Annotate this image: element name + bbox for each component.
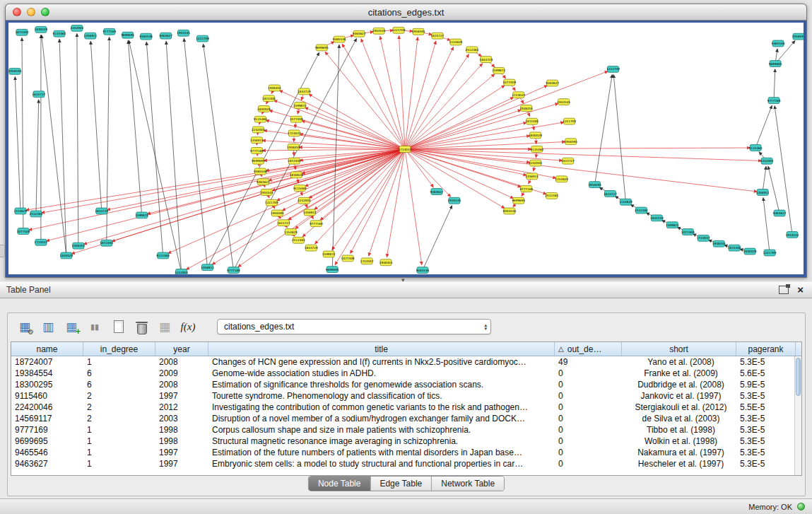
network-node[interactable]: 1934545 bbox=[260, 189, 273, 196]
network-node[interactable]: 9465546 bbox=[139, 33, 153, 40]
delete-table-icon[interactable] bbox=[131, 317, 151, 336]
network-node[interactable]: 1154829 bbox=[14, 208, 28, 214]
network-node[interactable]: 1615727 bbox=[431, 33, 445, 39]
network-node[interactable]: 1221709 bbox=[606, 66, 620, 72]
network-node[interactable]: 2242004 bbox=[71, 25, 84, 31]
network-node[interactable]: 1872400 bbox=[262, 95, 276, 102]
network-node[interactable]: 1456911 bbox=[201, 264, 214, 271]
network-node[interactable]: 1599872 bbox=[322, 251, 336, 257]
network-node[interactable]: 1872400 bbox=[16, 29, 29, 35]
network-node[interactable]: 1154829 bbox=[619, 199, 632, 205]
network-node[interactable]: 1154829 bbox=[555, 176, 568, 182]
network-node[interactable]: 1830029 bbox=[290, 172, 303, 178]
network-node[interactable]: 9115460 bbox=[156, 252, 170, 259]
network-node[interactable]: 9463627 bbox=[773, 210, 787, 216]
scrollbar-thumb[interactable] bbox=[796, 358, 801, 396]
network-node[interactable]: 9777169 bbox=[519, 186, 533, 192]
close-button[interactable] bbox=[13, 8, 21, 16]
network-node[interactable]: 1844729 bbox=[95, 208, 108, 214]
network-node[interactable]: 1077409 bbox=[290, 116, 303, 122]
network-canvas[interactable]: 1724047193845518724001830029911546022420… bbox=[8, 23, 804, 274]
network-node[interactable]: 1221709 bbox=[763, 250, 777, 256]
network-node[interactable]: 1456911 bbox=[303, 209, 317, 216]
column-header-name[interactable]: name bbox=[11, 342, 83, 356]
network-node[interactable]: 9465546 bbox=[502, 208, 516, 214]
network-node[interactable]: 1615727 bbox=[33, 91, 46, 98]
network-node[interactable]: 1221709 bbox=[392, 27, 406, 33]
network-node[interactable]: 2512484 bbox=[545, 192, 558, 199]
tab-edge-table[interactable]: Edge Table bbox=[370, 477, 432, 491]
rows-icon[interactable]: ▮▮ bbox=[85, 317, 105, 336]
network-node[interactable]: 9465546 bbox=[254, 168, 267, 175]
network-node[interactable]: 2242004 bbox=[529, 160, 542, 166]
network-node[interactable]: 1934545 bbox=[786, 232, 799, 238]
network-node[interactable]: 1615727 bbox=[561, 158, 575, 164]
table-row[interactable]: 977716911998Corpus callosum shape and si… bbox=[11, 424, 801, 436]
table-row[interactable]: 1830029562008Estimation of significance … bbox=[11, 379, 801, 390]
network-node[interactable]: 1830029 bbox=[743, 248, 757, 255]
zoom-button[interactable] bbox=[41, 8, 49, 16]
network-node[interactable]: 9115460 bbox=[530, 146, 543, 153]
network-node[interactable]: 1724047 bbox=[360, 258, 374, 264]
network-node[interactable]: 1872400 bbox=[728, 245, 741, 251]
network-node[interactable]: 1724047 bbox=[697, 235, 710, 241]
table-row[interactable]: 1456911722003Disruption of a novel membe… bbox=[11, 413, 801, 424]
network-node[interactable]: 2512484 bbox=[30, 211, 43, 217]
table-row[interactable]: 969969511998Structural magnetic resonanc… bbox=[11, 436, 801, 447]
network-node[interactable]: 1938455 bbox=[519, 105, 533, 112]
minimize-button[interactable] bbox=[27, 8, 35, 16]
network-node[interactable]: 1077409 bbox=[502, 79, 516, 86]
column-header-pagerank[interactable]: pagerank bbox=[736, 342, 796, 356]
table-selector-dropdown[interactable]: citations_edges.txt ▴▾ bbox=[217, 319, 491, 334]
network-node[interactable]: 1724047 bbox=[512, 92, 525, 98]
network-node[interactable]: 9115460 bbox=[53, 30, 66, 37]
tab-node-table[interactable]: Node Table bbox=[309, 477, 371, 491]
network-node[interactable]: 1615727 bbox=[277, 220, 290, 226]
column-header-in_degree[interactable]: in_degree bbox=[83, 342, 155, 356]
network-node[interactable]: 1934545 bbox=[177, 30, 190, 36]
network-node[interactable]: 9699695 bbox=[252, 158, 265, 164]
network-node[interactable]: 1599872 bbox=[135, 212, 148, 218]
network-node[interactable]: 9465546 bbox=[416, 267, 430, 274]
network-node[interactable]: 1615727 bbox=[604, 190, 617, 197]
network-node[interactable]: 1830029 bbox=[60, 252, 73, 259]
network-node[interactable]: 1956595 bbox=[792, 33, 804, 40]
network-node[interactable]: 1221709 bbox=[563, 118, 576, 124]
network-node[interactable]: 1724047 bbox=[35, 239, 48, 245]
network-node[interactable]: 1221709 bbox=[196, 35, 209, 42]
network-node[interactable]: 9463627 bbox=[257, 179, 270, 185]
network-node[interactable]: 1938455 bbox=[71, 243, 85, 249]
network-node[interactable]: 9463627 bbox=[159, 33, 172, 39]
table-row[interactable]: 946362711997Embryonic stem cells: a mode… bbox=[11, 458, 801, 469]
network-node[interactable]: 9777169 bbox=[227, 267, 240, 274]
table-row[interactable]: 946554611997Estimation of the future num… bbox=[11, 447, 801, 458]
network-node[interactable]: 1938455 bbox=[712, 240, 726, 247]
network-node[interactable]: 1221709 bbox=[265, 199, 278, 206]
new-table-icon[interactable] bbox=[108, 317, 128, 336]
network-node[interactable]: 9115460 bbox=[293, 185, 307, 192]
network-node[interactable]: 1724047 bbox=[288, 130, 301, 136]
network-node[interactable]: 9465546 bbox=[772, 40, 785, 47]
column-header-year[interactable]: year bbox=[155, 342, 208, 356]
network-node[interactable]: 1956595 bbox=[564, 139, 577, 145]
network-node[interactable]: 1844729 bbox=[479, 57, 493, 63]
network-node[interactable]: 1456911 bbox=[525, 173, 539, 180]
network-node[interactable]: 2512484 bbox=[292, 237, 305, 243]
network-node[interactable]: 1844729 bbox=[305, 245, 318, 251]
network-node[interactable]: 1154829 bbox=[449, 39, 463, 45]
network-node[interactable]: 2242004 bbox=[298, 197, 311, 204]
column-header-out_de[interactable]: △out_de… bbox=[555, 342, 622, 356]
network-node[interactable]: 2242004 bbox=[252, 127, 265, 133]
network-node[interactable]: 9777169 bbox=[102, 28, 116, 35]
network-node[interactable]: 1599872 bbox=[492, 67, 505, 74]
table-row[interactable]: 2242004622012Investigating the contribut… bbox=[11, 402, 801, 413]
table-row[interactable]: 1872400712008Changes of HCN gene express… bbox=[11, 356, 801, 368]
network-node[interactable]: 2242004 bbox=[175, 269, 188, 274]
network-node[interactable]: 1934545 bbox=[557, 99, 570, 105]
function-builder-icon[interactable]: f(x) bbox=[178, 317, 198, 336]
network-node[interactable]: 9465546 bbox=[333, 36, 346, 42]
network-node[interactable]: 1830029 bbox=[529, 132, 542, 139]
create-column-icon[interactable]: ▦+ bbox=[61, 317, 81, 336]
network-node[interactable]: 1154829 bbox=[284, 229, 298, 235]
network-node[interactable]: 1956595 bbox=[588, 182, 601, 188]
